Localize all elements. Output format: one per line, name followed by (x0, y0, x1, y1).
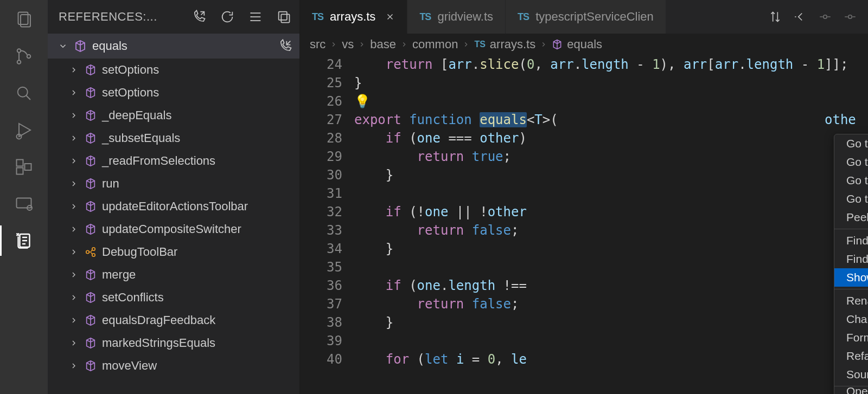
references-list[interactable]: setOptionssetOptions_deepEquals_subsetEq… (48, 59, 299, 394)
code-line[interactable]: } (354, 166, 868, 184)
next-change-icon[interactable] (815, 7, 835, 27)
breadcrumbs[interactable]: srcvsbasecommonTSarrays.tsequals (300, 34, 868, 55)
menu-item[interactable]: Format Document⌥⇧F (834, 328, 868, 347)
reference-item[interactable]: markedStringsEquals (48, 332, 299, 354)
reference-item[interactable]: merge (48, 263, 299, 286)
code-line[interactable] (354, 184, 868, 203)
breadcrumb-separator (462, 41, 470, 48)
code-content[interactable]: return [arr.slice(0, arr.length - 1), ar… (354, 55, 868, 394)
menu-item[interactable]: Find All Implementations (834, 250, 868, 268)
breadcrumb-segment[interactable]: common (412, 37, 458, 51)
menu-item[interactable]: Go to Type Definition (834, 153, 868, 171)
menu-item[interactable]: Find All References⌥⇧F12 (834, 231, 868, 250)
reference-item[interactable]: run (48, 172, 299, 195)
explorer-icon[interactable] (9, 4, 39, 35)
references-title: REFERENCES:... (59, 10, 181, 24)
collapse-all-icon[interactable] (245, 7, 266, 27)
source-control-icon[interactable] (9, 41, 39, 72)
remote-icon[interactable] (9, 189, 39, 219)
line-number: 27 (300, 111, 342, 129)
references-view-icon[interactable] (9, 225, 39, 256)
tab-label: arrays.ts (330, 10, 375, 24)
menu-item[interactable]: Open Line Changes with Previous Revision… (834, 389, 868, 394)
chevron-right-icon (68, 178, 79, 189)
breadcrumb-separator (358, 41, 366, 48)
code-line[interactable]: return [arr.slice(0, arr.length - 1), ar… (354, 55, 868, 74)
code-line[interactable]: if (!one || !other (354, 203, 868, 221)
call-incoming-icon[interactable] (278, 38, 293, 54)
menu-item[interactable]: Peek▶ (834, 208, 868, 227)
code-line[interactable]: } (354, 240, 868, 258)
menu-item-label: Rename Symbol (846, 294, 868, 307)
code-line[interactable] (354, 332, 868, 350)
menu-item[interactable]: Refactor...^⇧E (834, 347, 868, 365)
code-line[interactable] (354, 258, 868, 276)
reference-item[interactable]: setConflicts (48, 286, 299, 309)
reference-item[interactable]: _readFromSelections (48, 150, 299, 172)
method-icon (85, 292, 97, 303)
reference-item[interactable]: _deepEquals (48, 104, 299, 127)
code-line[interactable]: if (one === other) (354, 129, 868, 147)
code-editor[interactable]: 2425262728293031323334353637383940 retur… (300, 55, 868, 394)
reference-item[interactable]: _subsetEquals (48, 127, 299, 150)
reference-item[interactable]: updateEditorActionsToolbar (48, 195, 299, 218)
reference-item[interactable]: moveView (48, 354, 299, 377)
run-debug-icon[interactable] (9, 115, 39, 145)
reference-item[interactable]: setOptions (48, 59, 299, 81)
menu-item[interactable]: Change All Occurrences⌘F2 (834, 310, 868, 328)
menu-item-label: Find All References (846, 234, 868, 247)
search-icon[interactable] (9, 78, 39, 108)
svg-point-17 (92, 248, 95, 251)
code-line[interactable]: if (one.length !== (354, 276, 868, 295)
code-line[interactable]: export function equals<T>( othe (354, 111, 868, 129)
clear-icon[interactable] (273, 7, 294, 27)
editor-tab[interactable]: TSgridview.ts (407, 0, 506, 34)
line-number: 29 (300, 147, 342, 166)
breadcrumb-segment[interactable]: equals (552, 37, 602, 51)
svg-point-19 (824, 15, 827, 19)
line-number: 30 (300, 166, 342, 184)
call-outgoing-icon[interactable] (189, 7, 209, 27)
code-line[interactable]: } (354, 74, 868, 92)
compare-changes-icon[interactable] (765, 7, 786, 27)
menu-item[interactable]: Go to References⇧F12 (834, 190, 868, 208)
chevron-right-icon (68, 110, 79, 121)
reference-item[interactable]: equalsDragFeedback (48, 309, 299, 332)
code-line[interactable]: for (let i = 0, le (354, 350, 868, 369)
references-current-symbol[interactable]: equals (48, 34, 299, 59)
editor-tab[interactable]: TSarrays.ts (300, 0, 407, 34)
editor-tab[interactable]: TStypescriptServiceClien (506, 0, 666, 34)
breadcrumb-segment[interactable]: TSarrays.ts (474, 37, 535, 51)
svg-point-20 (848, 15, 852, 19)
reference-item-label: setOptions (102, 86, 159, 100)
line-number: 26 (300, 92, 342, 111)
reference-item[interactable]: updateCompositeSwitcher (48, 218, 299, 241)
reference-item[interactable]: setOptions (48, 81, 299, 104)
more-change-icon[interactable] (840, 7, 860, 27)
breadcrumb-segment[interactable]: vs (342, 37, 354, 51)
menu-item[interactable]: Go to DefinitionF12 (834, 134, 868, 153)
chevron-right-icon (68, 360, 79, 371)
close-icon[interactable] (385, 12, 395, 22)
code-line[interactable]: } (354, 313, 868, 332)
breadcrumb-segment[interactable]: src (310, 37, 326, 51)
menu-item[interactable]: Show Call Hierarchy⌥⇧H (834, 268, 868, 287)
typescript-icon: TS (312, 11, 323, 23)
line-number: 36 (300, 276, 342, 295)
menu-item[interactable]: Go to Implementations⌘F12 (834, 171, 868, 190)
prev-change-icon[interactable] (790, 7, 810, 27)
menu-item[interactable]: Source Action... (834, 365, 868, 384)
svg-rect-11 (17, 198, 31, 208)
menu-separator (834, 229, 868, 229)
code-line[interactable]: return true; (354, 147, 868, 166)
context-menu[interactable]: Go to DefinitionF12Go to Type Definition… (834, 134, 868, 394)
code-line[interactable]: return false; (354, 295, 868, 313)
code-line[interactable]: 💡 (354, 92, 868, 111)
menu-item[interactable]: Rename SymbolF2 (834, 292, 868, 310)
breadcrumb-segment[interactable]: base (370, 37, 396, 51)
tab-actions (757, 0, 868, 34)
reference-item[interactable]: DebugToolBar (48, 241, 299, 263)
code-line[interactable]: return false; (354, 221, 868, 240)
refresh-icon[interactable] (217, 7, 238, 27)
extensions-icon[interactable] (9, 152, 39, 182)
